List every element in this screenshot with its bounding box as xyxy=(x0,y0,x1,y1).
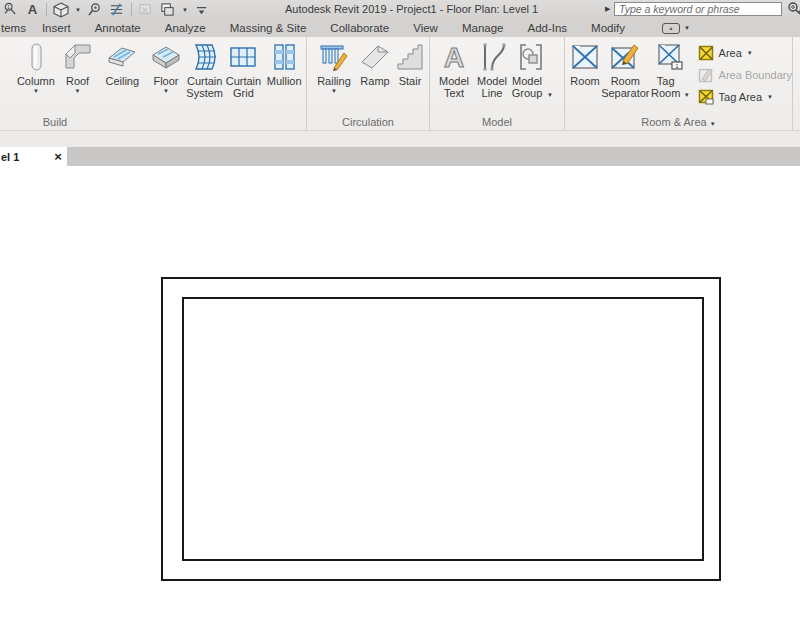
svg-text:A: A xyxy=(27,2,37,17)
ribbon-tab-systems[interactable]: tems xyxy=(0,22,27,34)
toolbar-separator xyxy=(46,3,47,16)
railing-icon xyxy=(318,41,350,73)
ramp-icon xyxy=(359,41,391,73)
room-area-small-buttons: Area ▼ Area Boundary Tag Area ▼ xyxy=(698,37,792,108)
window-title: Autodesk Revit 2019 - Project1 - Floor P… xyxy=(285,3,538,15)
tag-area-button[interactable]: Tag Area ▼ xyxy=(698,86,792,108)
railing-dropdown-icon: ▼ xyxy=(331,87,337,95)
model-group-icon xyxy=(515,41,547,73)
stair-icon xyxy=(394,41,426,73)
ribbon-tab-insert[interactable]: Insert xyxy=(41,22,72,34)
railing-button[interactable]: Railing ▼ xyxy=(311,37,357,95)
area-icon xyxy=(698,45,714,61)
model-text-button[interactable]: A Model Text xyxy=(433,37,475,99)
room-area-panel-dropdown-icon: ▼ xyxy=(710,121,716,127)
customize-quick-access-icon[interactable] xyxy=(194,2,210,18)
roof-button[interactable]: Roof ▼ xyxy=(58,37,98,95)
view-tab-label: el 1 xyxy=(1,151,19,163)
switch-windows-icon[interactable] xyxy=(160,2,176,18)
model-line-button[interactable]: Model Line xyxy=(475,37,509,99)
curtain-grid-icon xyxy=(227,41,259,73)
toolbar-separator xyxy=(131,3,132,16)
ribbon-tab-analyze[interactable]: Analyze xyxy=(164,22,207,34)
mullion-icon xyxy=(268,41,300,73)
tag-area-icon xyxy=(698,89,714,105)
tag-by-category-icon[interactable]: 1 xyxy=(2,2,18,18)
ribbon-tab-manage[interactable]: Manage xyxy=(461,22,505,34)
search-expand-icon[interactable]: ▶ xyxy=(605,5,610,13)
ceiling-button[interactable]: Ceiling xyxy=(97,37,147,87)
ceiling-icon xyxy=(106,41,138,73)
svg-text:A: A xyxy=(444,42,464,73)
options-strip xyxy=(0,131,800,147)
mullion-button[interactable]: Mullion xyxy=(262,37,306,87)
room-button[interactable]: Room xyxy=(569,37,601,87)
ribbon-tab-add-ins[interactable]: Add-Ins xyxy=(526,22,568,34)
default-3d-view-dropdown-icon[interactable]: ▼ xyxy=(75,7,81,13)
panel-label-room-area[interactable]: Room & Area ▼ xyxy=(565,116,792,128)
curtain-system-button[interactable]: Curtain System xyxy=(185,37,225,99)
tag-room-icon: 1 xyxy=(654,41,686,73)
ribbon-panel-circulation: Railing ▼ Ramp Stair Circulation xyxy=(307,37,430,130)
room-separator-button[interactable]: Room Separator xyxy=(601,37,650,99)
section-icon[interactable] xyxy=(87,2,103,18)
area-dropdown-icon: ▼ xyxy=(747,49,753,57)
ribbon-tab-view[interactable]: View xyxy=(412,22,439,34)
ramp-button[interactable]: Ramp xyxy=(357,37,393,87)
column-icon xyxy=(20,41,52,73)
view-tab-bar: el 1 × xyxy=(0,147,800,166)
model-group-button[interactable]: Model Group ▼ xyxy=(509,37,553,99)
title-bar: 1 A ▼ ▼ xyxy=(0,0,800,19)
ribbon-tab-massing-site[interactable]: Massing & Site xyxy=(229,22,308,34)
model-text-icon: A xyxy=(438,41,470,73)
ribbon-tab-bar: tems Insert Annotate Analyze Massing & S… xyxy=(0,19,800,37)
quick-access-toolbar: 1 A ▼ ▼ xyxy=(2,1,210,18)
ribbon-panel-room-area: Room Room Separator 1 Tag Room ▼ xyxy=(565,37,793,130)
svg-text:1: 1 xyxy=(7,4,10,10)
panel-label-build: Build xyxy=(0,116,110,128)
switch-windows-dropdown-icon[interactable]: ▼ xyxy=(182,7,188,13)
area-boundary-icon xyxy=(698,67,714,83)
floor-button[interactable]: Floor ▼ xyxy=(147,37,185,95)
thin-lines-icon[interactable] xyxy=(109,2,125,18)
column-button[interactable]: Column ▼ xyxy=(14,37,58,95)
room-icon xyxy=(569,41,601,73)
ribbon-display-dropdown-icon: ▼ xyxy=(684,25,690,31)
text-icon[interactable]: A xyxy=(24,2,40,18)
curtain-grid-button[interactable]: Curtain Grid xyxy=(225,37,263,99)
tag-room-button[interactable]: 1 Tag Room ▼ xyxy=(650,37,690,99)
ribbon-panel-model: A Model Text Model Line Model Group xyxy=(430,37,565,130)
ribbon-display-toggle[interactable]: ▲ ▼ xyxy=(662,23,690,34)
key-icon[interactable] xyxy=(787,1,800,21)
wall-rectangle-inner[interactable] xyxy=(182,297,704,561)
room-separator-icon xyxy=(609,41,641,73)
close-hidden-windows-icon[interactable] xyxy=(138,2,154,18)
stair-button[interactable]: Stair xyxy=(393,37,427,87)
ribbon-display-toggle-icon: ▲ xyxy=(662,23,680,34)
default-3d-view-icon[interactable] xyxy=(53,2,69,18)
drawing-area[interactable] xyxy=(0,166,800,628)
panel-label-circulation: Circulation xyxy=(307,116,429,128)
model-group-dropdown-icon: ▼ xyxy=(547,91,553,99)
ribbon-tab-modify[interactable]: Modify xyxy=(590,22,626,34)
column-dropdown-icon: ▼ xyxy=(33,87,39,95)
search-input[interactable] xyxy=(614,2,782,16)
area-button[interactable]: Area ▼ xyxy=(698,42,792,64)
floor-dropdown-icon: ▼ xyxy=(163,87,169,95)
tag-area-dropdown-icon: ▼ xyxy=(767,93,773,101)
close-view-icon[interactable]: × xyxy=(50,147,66,166)
ribbon: Column ▼ Roof ▼ Ceiling xyxy=(0,37,800,131)
area-boundary-button[interactable]: Area Boundary xyxy=(698,64,792,86)
floor-icon xyxy=(150,41,182,73)
revit-window: 1 A ▼ ▼ xyxy=(0,0,800,628)
roof-dropdown-icon: ▼ xyxy=(75,87,81,95)
ribbon-panel-build: Column ▼ Roof ▼ Ceiling xyxy=(0,37,307,130)
model-line-icon xyxy=(476,41,508,73)
ribbon-tab-annotate[interactable]: Annotate xyxy=(94,22,142,34)
roof-icon xyxy=(62,41,94,73)
curtain-system-icon xyxy=(189,41,221,73)
panel-label-model: Model xyxy=(430,116,564,128)
tag-room-dropdown-icon: ▼ xyxy=(684,91,690,99)
ribbon-tab-collaborate[interactable]: Collaborate xyxy=(329,22,390,34)
